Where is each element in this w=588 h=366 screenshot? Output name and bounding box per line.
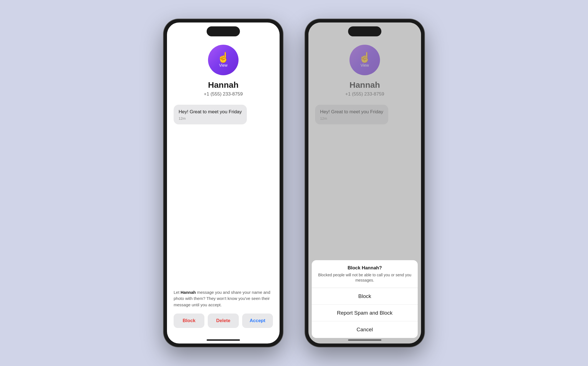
- screen-left: ☝ View Hannah +1 (555) 233-8759 Hey! Gre…: [167, 22, 280, 344]
- view-label-left[interactable]: View: [219, 63, 227, 67]
- message-bubble-left: Hey! Great to meet you Friday 12m: [174, 105, 247, 124]
- avatar-left[interactable]: ☝ View: [208, 45, 239, 75]
- bubble-time-left: 12m: [179, 116, 242, 121]
- action-block-button[interactable]: Block: [312, 288, 418, 305]
- screen-content-left: ☝ View Hannah +1 (555) 233-8759 Hey! Gre…: [167, 22, 280, 284]
- action-report-spam-button[interactable]: Report Spam and Block: [312, 305, 418, 321]
- permission-name: Hannah: [181, 290, 196, 295]
- action-sheet-title: Block Hannah?: [317, 265, 412, 271]
- contact-phone-left: +1 (555) 233-8759: [204, 91, 243, 97]
- hand-icon-left: ☝: [217, 52, 230, 62]
- permission-prefix: Let: [174, 290, 181, 295]
- bottom-area-left: Let Hannah message you and share your na…: [167, 284, 280, 334]
- home-bar-left: [207, 339, 240, 341]
- accept-button-left[interactable]: Accept: [242, 314, 273, 328]
- iphone-right: ☝ View Hannah +1 (555) 233-8759 Hey! Gre…: [305, 19, 424, 347]
- dynamic-island-left: [207, 26, 240, 36]
- block-button-left[interactable]: Block: [174, 314, 204, 328]
- iphone-left: ☝ View Hannah +1 (555) 233-8759 Hey! Gre…: [164, 19, 283, 347]
- dynamic-island-right: [348, 26, 381, 36]
- permission-text-left: Let Hannah message you and share your na…: [174, 289, 273, 308]
- home-indicator-left: [167, 334, 280, 344]
- action-sheet-card: Block Hannah? Blocked people will not be…: [312, 260, 418, 338]
- bubble-text-left: Hey! Great to meet you Friday: [179, 109, 242, 115]
- contact-name-left: Hannah: [208, 80, 239, 90]
- screen-right: ☝ View Hannah +1 (555) 233-8759 Hey! Gre…: [308, 22, 421, 344]
- action-cancel-button[interactable]: Cancel: [312, 321, 418, 338]
- action-sheet-header: Block Hannah? Blocked people will not be…: [312, 260, 418, 288]
- action-sheet-subtitle: Blocked people will not be able to call …: [317, 272, 412, 283]
- action-buttons-left: Block Delete Accept: [174, 314, 273, 328]
- action-sheet: Block Hannah? Blocked people will not be…: [308, 257, 421, 344]
- delete-button-left[interactable]: Delete: [208, 314, 239, 328]
